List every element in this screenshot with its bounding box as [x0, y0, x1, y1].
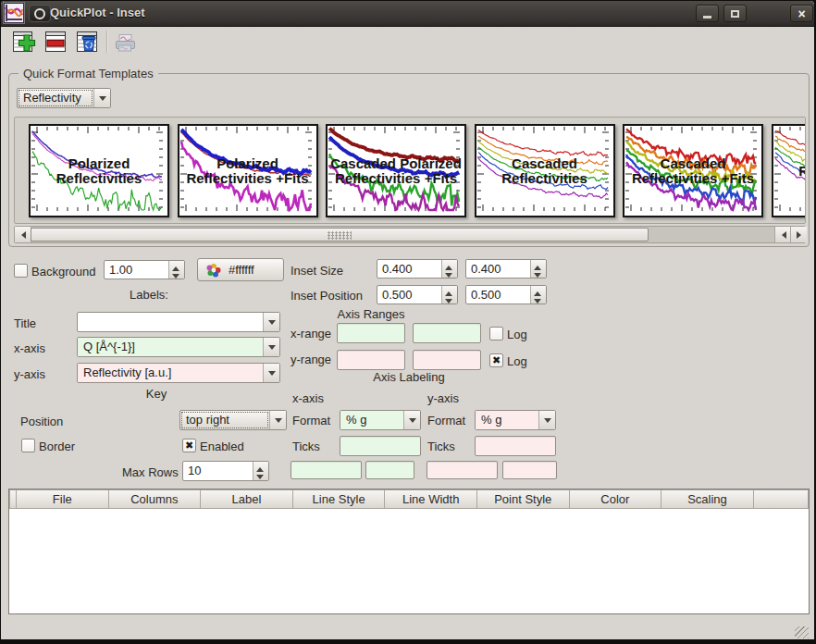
spin-down-icon[interactable] [531, 269, 546, 279]
inset-size-x-spinner[interactable]: 0.400 [377, 259, 458, 279]
labels-header: Labels: [112, 288, 186, 302]
spin-up-icon[interactable] [253, 462, 268, 471]
inset-position-x-value: 0.500 [377, 286, 441, 303]
chevron-down-icon[interactable] [263, 338, 279, 356]
y-tick-extra-field-1[interactable] [427, 461, 498, 479]
column-header-file[interactable]: File [17, 489, 109, 509]
resize-grip[interactable] [795, 626, 809, 638]
template-thumbnail[interactable]: Cascaded Polarized Reflectivities +Fits [326, 124, 466, 217]
column-header-scaling[interactable]: Scaling [661, 489, 754, 509]
maximize-button[interactable] [723, 5, 747, 22]
background-checkbox[interactable] [14, 264, 28, 278]
toolbar-separator [106, 31, 107, 53]
x-axis-label: x-axis [14, 341, 45, 355]
template-strip: Polarized ReflectivitiesPolarized Reflec… [14, 117, 806, 224]
template-label: Polarized Reflectivities +Fits [179, 126, 316, 216]
close-button[interactable]: × [790, 5, 813, 22]
spin-down-icon[interactable] [531, 295, 546, 304]
template-category-select[interactable]: Reflectivity [17, 88, 111, 108]
x-format-combo[interactable]: % g [340, 410, 421, 430]
color-wheel-icon [206, 263, 222, 278]
key-position-label: Position [20, 415, 63, 428]
template-label: Cascaded Reflectivities [476, 126, 613, 216]
table-body[interactable] [9, 509, 809, 613]
y-tick-extra-field-2[interactable] [502, 461, 557, 479]
x-axis-combo[interactable]: Q [Å^{-1}] [77, 337, 280, 357]
x-range-min-field[interactable] [337, 323, 405, 343]
spin-up-icon[interactable] [531, 260, 546, 269]
template-thumbnail[interactable]: Cascaded Reflectivities +Fits [623, 124, 763, 217]
key-border-label: Border [39, 440, 75, 453]
key-enabled-checkbox[interactable]: ✖ [182, 439, 196, 452]
template-thumbnail[interactable]: Cascaded Reflectivities [475, 124, 615, 217]
column-header-point-style[interactable]: Point Style [477, 489, 570, 509]
x-range-max-field[interactable] [413, 323, 481, 343]
clear-rows-icon [75, 30, 100, 55]
max-rows-spinner[interactable]: 10 [182, 461, 269, 481]
spin-up-icon[interactable] [442, 260, 457, 269]
dataset-table[interactable]: FileColumnsLabelLine StyleLine WidthPoin… [8, 489, 810, 614]
template-scrollbar[interactable] [14, 226, 806, 243]
scrollbar-thumb[interactable] [31, 228, 649, 242]
inset-position-y-spinner[interactable]: 0.500 [465, 285, 547, 304]
column-header-columns[interactable]: Columns [109, 489, 202, 509]
inset-position-y-value: 0.500 [466, 286, 530, 303]
template-thumbnail[interactable]: Reflectivities [772, 124, 807, 217]
scroll-right-button[interactable] [790, 227, 807, 242]
chevron-down-icon[interactable] [263, 364, 279, 382]
spin-down-icon[interactable] [442, 295, 457, 304]
clear-rows-button[interactable] [73, 29, 101, 55]
background-color-button[interactable]: #ffffff [197, 258, 284, 281]
window-menu-icon [34, 8, 45, 19]
column-header-color[interactable]: Color [570, 489, 662, 509]
spin-down-icon[interactable] [253, 471, 268, 480]
quick-format-group: Quick Format Templates Reflectivity Pola… [8, 73, 810, 247]
y-ticks-field[interactable] [475, 436, 556, 456]
spin-up-icon[interactable] [531, 286, 546, 295]
add-row-button[interactable] [10, 29, 38, 55]
minimize-button[interactable] [696, 5, 719, 22]
key-border-checkbox[interactable] [21, 439, 35, 452]
arrow-left-icon [18, 231, 26, 239]
column-header-line-style[interactable]: Line Style [293, 489, 386, 509]
y-axis-combo[interactable]: Reflectivity [a.u.] [77, 363, 280, 383]
remove-row-icon [43, 30, 68, 55]
inset-position-x-spinner[interactable]: 0.500 [377, 285, 458, 304]
spin-down-icon[interactable] [442, 269, 457, 279]
x-ticks-field[interactable] [340, 436, 421, 456]
scroll-left-button[interactable] [15, 227, 31, 242]
y-format-combo[interactable]: % g [475, 410, 556, 430]
x-log-checkbox[interactable] [489, 327, 503, 341]
inset-size-y-spinner[interactable]: 0.400 [465, 259, 547, 279]
spin-down-icon[interactable] [169, 270, 184, 279]
key-position-value: top right [180, 411, 269, 429]
y-range-min-field[interactable] [337, 350, 405, 370]
minimize-icon [703, 16, 711, 19]
chevron-down-icon[interactable] [269, 411, 286, 429]
y-range-max-field[interactable] [413, 350, 481, 370]
column-header-label[interactable]: Label [201, 489, 293, 509]
x-range-label: x-range [291, 327, 331, 341]
key-position-combo[interactable]: top right [179, 410, 287, 430]
spin-up-icon[interactable] [169, 261, 184, 270]
y-log-checkbox[interactable]: ✖ [489, 353, 503, 367]
chevron-down-icon[interactable] [403, 411, 420, 429]
template-thumbnail[interactable]: Polarized Reflectivities +Fits [178, 124, 318, 217]
key-enabled-label: Enabled [200, 440, 244, 453]
chevron-down-icon[interactable] [93, 89, 110, 107]
titlebar: QuickPlot - Inset × [1, 1, 814, 27]
chevron-down-icon[interactable] [538, 411, 555, 429]
template-thumbnail[interactable]: Polarized Reflectivities [29, 124, 169, 217]
scroll-left-button-alt[interactable] [774, 227, 791, 242]
chevron-down-icon[interactable] [263, 313, 279, 331]
x-format-value: % g [340, 411, 403, 429]
title-combo[interactable] [77, 312, 280, 332]
remove-row-button[interactable] [42, 29, 69, 55]
window-menu-button[interactable] [29, 5, 51, 22]
x-tick-extra-field-2[interactable] [365, 461, 414, 479]
axis-ranges-header: Axis Ranges [306, 307, 436, 321]
spin-up-icon[interactable] [442, 286, 457, 295]
column-header-line-width[interactable]: Line Width [385, 489, 477, 509]
x-tick-extra-field-1[interactable] [291, 461, 362, 479]
background-opacity-spinner[interactable]: 1.00 [104, 260, 185, 279]
